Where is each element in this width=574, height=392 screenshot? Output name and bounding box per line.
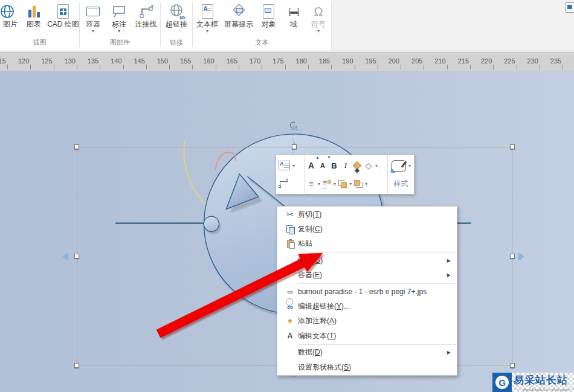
align-text-button[interactable]: ≡ xyxy=(306,176,316,191)
format-painter-button[interactable] xyxy=(352,158,362,173)
ribbon-button-hyperlink[interactable]: ∞ 超链接 xyxy=(161,0,192,37)
ribbon-empty-area xyxy=(331,0,574,51)
edittext-icon: A xyxy=(288,332,293,340)
ribbon-button-connector[interactable]: 连接线 xyxy=(132,0,160,37)
bring-forward-button[interactable] xyxy=(338,176,347,191)
chevron-down-icon[interactable]: ▾ xyxy=(292,163,295,169)
send-backward-button[interactable] xyxy=(353,176,363,191)
floating-mini-toolbar: ▾ A▲ A▼ B I ◇ ▾ ≡ ▾ xyxy=(276,155,414,194)
chevron-down-icon[interactable]: ▾ xyxy=(375,163,378,169)
bold-button[interactable]: B xyxy=(329,158,339,173)
context-menu-item-container[interactable]: 容器(E)▶ xyxy=(277,268,457,283)
position-button[interactable]: ← xyxy=(322,176,332,191)
watermark: G 易采站长站 —— Www.Easck.Com Webmaster —— xyxy=(492,373,574,392)
format-painter-icon xyxy=(353,161,361,170)
link-icon: ∞ xyxy=(287,287,293,297)
increase-font-button[interactable]: A▲ xyxy=(306,158,316,173)
context-menu: ✂剪切(T)复制(C)粘贴组合(G)▶容器(E)▶∞burnout paradi… xyxy=(277,206,457,376)
drawing-canvas[interactable]: ▾ A▲ A▼ B I ◇ ▾ ≡ ▾ xyxy=(0,71,574,392)
ribbon-button-cad-drawing[interactable]: CAD 绘图 xyxy=(47,0,79,37)
send-backward-icon xyxy=(354,180,363,188)
ribbon-button-field[interactable]: [▬] 域 xyxy=(282,0,306,37)
cad-page-icon xyxy=(57,2,69,21)
context-menu-item-paste[interactable]: 粘贴 xyxy=(277,237,457,251)
scissors-icon: ✂ xyxy=(286,210,294,219)
selection-handle-top-left[interactable] xyxy=(74,144,79,149)
context-menu-item-copy[interactable]: 复制(C) xyxy=(277,222,457,236)
menu-item-label: 复制(C) xyxy=(298,224,453,234)
ribbon-button-symbol[interactable]: Ω 符号 ▾ xyxy=(306,0,331,37)
autoconnect-arrow-up[interactable] xyxy=(290,124,298,130)
ribbon-button-callout[interactable]: 标注 ▾ xyxy=(106,0,132,37)
menu-item-label: 剪切(T) xyxy=(298,210,453,220)
paste-icon xyxy=(287,240,294,248)
watermark-subtitle: —— Www.Easck.Com Webmaster —— xyxy=(514,388,574,391)
ribbon: 图片 图表 CAD 绘图 插图 容器 ▾ xyxy=(0,0,574,51)
selection-handle-middle-left[interactable] xyxy=(74,254,79,259)
decrease-font-button[interactable]: A▼ xyxy=(318,158,327,173)
group-divider xyxy=(331,2,332,47)
horizontal-ruler[interactable]: 1151201251301351401451501551601651701751… xyxy=(0,52,574,71)
submenu-arrow-icon: ▶ xyxy=(447,258,451,263)
watermark-logo-icon: G xyxy=(492,373,512,392)
chevron-down-icon[interactable]: ▾ xyxy=(334,181,336,187)
ribbon-group-links: ∞ 超链接 链接 xyxy=(161,0,192,51)
ribbon-group-text: A 文本框 ▾ 屏幕提示 对象 [▬] 域 xyxy=(193,0,331,51)
ribbon-button-container[interactable]: 容器 ▾ xyxy=(80,0,106,37)
menu-item-label: 添加注释(A) xyxy=(298,316,453,326)
ribbon-button-textbox[interactable]: A 文本框 ▾ xyxy=(193,0,222,37)
copy-icon xyxy=(286,225,294,233)
context-menu-item-hyperlink-file[interactable]: ∞burnout paradise - 1 - esrb e pegi 7+.j… xyxy=(277,284,457,299)
context-menu-item-group[interactable]: 组合(G)▶ xyxy=(277,253,457,268)
ribbon-button-chart[interactable]: 图表 xyxy=(21,0,47,37)
selection-handle-bottom-right[interactable] xyxy=(510,363,515,368)
globe-icon xyxy=(0,2,15,21)
submenu-arrow-icon: ▶ xyxy=(447,350,451,355)
context-menu-item-data[interactable]: 数据(D)▶ xyxy=(277,345,457,360)
context-menu-item-edit-text[interactable]: A编辑文本(T) xyxy=(277,329,457,343)
selection-handle-top-right[interactable] xyxy=(510,144,515,149)
textbox-icon xyxy=(279,161,290,170)
menu-item-label: 组合(G) xyxy=(298,255,447,266)
change-shape-button[interactable]: ◇ xyxy=(364,158,373,173)
context-menu-item-add-comment[interactable]: *添加注释(A) xyxy=(277,314,457,329)
menu-item-label: 数据(D) xyxy=(298,347,447,358)
elbow-connector-icon xyxy=(279,179,288,188)
context-menu-item-format-shape[interactable]: 设置形状格式(S) xyxy=(277,360,457,374)
selection-handle-bottom-left[interactable] xyxy=(74,363,79,368)
submenu-arrow-icon: ▶ xyxy=(447,272,451,278)
menu-item-label: 粘贴 xyxy=(298,239,453,249)
italic-button[interactable]: I xyxy=(341,158,350,173)
watermark-title: 易采站长站 xyxy=(514,373,568,387)
chevron-down-icon: ▾ xyxy=(317,29,320,34)
autoconnect-arrow-left[interactable] xyxy=(62,252,68,261)
ribbon-group-diagram-parts: 容器 ▾ 标注 ▾ 连接线 图部件 xyxy=(80,0,160,51)
ribbon-group-illustrations: 图片 图表 CAD 绘图 插图 xyxy=(0,0,79,51)
screentip-icon xyxy=(230,2,247,21)
selection-handle-top-center[interactable] xyxy=(292,144,297,149)
callout-icon xyxy=(112,2,126,21)
ribbon-button-object[interactable]: 对象 xyxy=(256,0,282,37)
autoconnect-arrow-right[interactable] xyxy=(518,252,524,261)
style-button[interactable] xyxy=(391,158,407,173)
context-menu-item-edit-hyperlink[interactable]: ∞编辑超链接(Y)... xyxy=(277,299,457,313)
chevron-down-icon[interactable]: ▾ xyxy=(365,181,367,187)
chevron-down-icon: ▾ xyxy=(118,29,120,34)
visio-app-window: 图片 图表 CAD 绘图 插图 容器 ▾ xyxy=(0,0,574,392)
chevron-down-icon[interactable]: ▾ xyxy=(318,181,320,187)
connector-button[interactable] xyxy=(278,176,289,191)
menu-separator xyxy=(298,252,456,252)
ribbon-button-screentip[interactable]: 屏幕提示 xyxy=(222,0,256,37)
chevron-down-icon[interactable]: ▾ xyxy=(408,163,411,169)
menu-item-label: burnout paradise - 1 - esrb e pegi 7+.jp… xyxy=(298,288,453,296)
style-icon xyxy=(392,160,406,172)
textbox-button[interactable] xyxy=(278,158,291,173)
context-menu-item-cut[interactable]: ✂剪切(T) xyxy=(277,207,457,222)
ribbon-button-online-picture[interactable]: 图片 xyxy=(0,0,21,37)
clipped-ribbon-icon xyxy=(566,2,574,13)
selection-handle-middle-right[interactable] xyxy=(510,254,515,259)
editlink-icon: ∞ xyxy=(287,302,293,312)
chevron-down-icon[interactable]: ▾ xyxy=(349,181,352,187)
bring-forward-icon xyxy=(338,180,347,188)
menu-item-label: 编辑超链接(Y)... xyxy=(298,301,453,312)
